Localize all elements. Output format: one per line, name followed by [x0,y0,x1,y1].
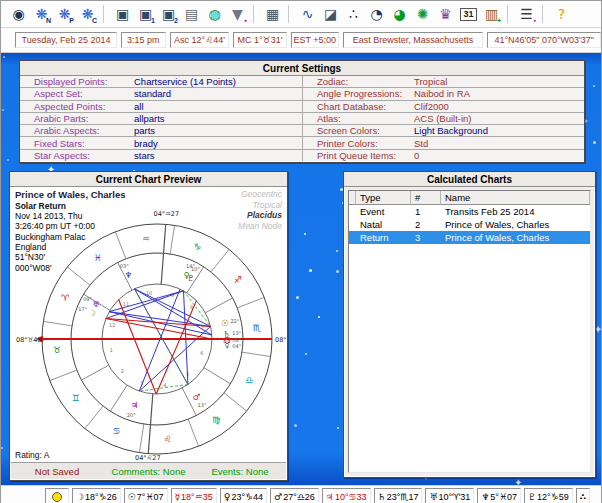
planet-glyph: ♅ [429,492,437,502]
events-status[interactable]: Events: None [194,466,286,477]
globe-icon[interactable]: ◍ [203,4,226,25]
setting-value[interactable]: brady [134,138,302,149]
setting-value[interactable]: Std [414,138,584,149]
preview-panel-title: Current Chart Preview [10,172,287,187]
nodes-icon[interactable]: ∴ [342,4,365,25]
current-settings-panel: Current Settings Displayed Points:Charts… [19,60,585,163]
line-graph-icon[interactable]: ◪ [319,4,342,25]
search-time-icon[interactable]: ◔ [365,4,388,25]
setting-value[interactable]: allparts [134,113,302,124]
saved-status: Not Saved [11,466,103,477]
setting-value[interactable]: Clif2000 [414,101,584,112]
wizard-icon[interactable]: ♛ [434,4,457,25]
color-wheel-icon[interactable]: ✺ [411,4,434,25]
view-screen-icon[interactable]: ▣ [111,4,134,25]
calendar-icon-badge: 31 [460,8,476,21]
wheel-progressed-icon[interactable]: ❋P [53,4,76,25]
chart-num-cell: 1 [411,206,441,217]
svg-text:04°♌27: 04°♌27 [135,454,161,462]
column-header-type[interactable]: Type [356,191,411,205]
svg-text:2: 2 [121,368,124,374]
help-icon[interactable]: ? [550,4,573,25]
comments-status[interactable]: Comments: None [103,466,194,477]
setting-value[interactable]: Naibod in RA [414,88,584,99]
settings-row: Arabic Aspects:partsScreen Colors:Light … [20,125,584,137]
setting-label: Star Aspects: [20,150,134,161]
calculated-charts-panel: Calculated Charts Type#Name Event1Transi… [343,171,596,478]
setting-label: Aspect Set: [20,88,134,99]
setting-label: Print Queue Items: [302,150,414,161]
wheel-composite-icon[interactable]: ❋C [76,4,99,25]
setting-value[interactable]: 0 [414,150,584,161]
column-gutter[interactable] [349,191,356,205]
filter-icon[interactable]: ▼▪ [226,4,249,25]
svg-text:08°♏48: 08°♏48 [275,336,286,344]
svg-text:17°: 17° [78,306,87,312]
chart-list-row[interactable]: Event1Transits Feb 25 2014 [349,205,590,218]
system-label: Mean Node [238,221,282,232]
column-header-#[interactable]: # [411,191,441,205]
list-options-icon-badge: ▪ [534,17,536,24]
planet-glyph: ☉ [128,492,136,502]
toolbar: ◉❋N❋P❋C▣▣1▣2▤◍▼▪▦∿◪∴◔◕✺♛31▥+☰▪? [1,1,601,28]
svg-text:♋: ♋ [112,426,120,436]
basket-add-icon[interactable]: ▥+ [480,4,503,25]
position-text: 18°♑26 [85,492,117,502]
printer-icon[interactable]: ▤ [180,4,203,25]
planet-glyph: ♀ [224,492,231,502]
setting-value[interactable]: stars [134,150,302,161]
chart-num-cell: 3 [411,232,441,243]
toolbar-separator [253,5,257,23]
position-cell: ♇12°♑59 [524,488,573,503]
column-header-name[interactable]: Name [441,191,590,205]
position-cell: ♆5°♓07 [477,488,521,503]
lunar-nodes-icon: ∴ [576,488,590,503]
toolbar-separator [103,5,107,23]
setting-value[interactable]: standard [134,88,302,99]
setting-value[interactable]: Tropical [414,76,584,87]
wheel-composite-icon-badge: C [92,17,97,24]
chart-info-lines: Nov 14 2013, Thu3:26:40 pm UT +0:00Bucki… [15,211,126,273]
calendar-icon[interactable]: 31 [457,4,480,25]
wheel-natal-icon[interactable]: ❋N [30,4,53,25]
system-label: Tropical [238,200,282,211]
screen-1-icon[interactable]: ▣1 [134,4,157,25]
calculated-charts-list[interactable]: Type#Name Event1Transits Feb 25 2014Nata… [348,190,591,473]
settings-panel-title: Current Settings [20,61,584,76]
chart-preview-statusbar: Not Saved Comments: None Events: None [11,462,286,479]
setting-label: Angle Progressions: [302,88,414,99]
help-icon: ? [558,6,565,22]
planet-glyph: ♆ [481,492,489,502]
setting-value[interactable]: all [134,101,302,112]
chart-list-row[interactable]: Natal2Prince of Wales, Charles [349,218,590,231]
svg-text:♈: ♈ [61,293,70,303]
setting-label: Atlas: [302,113,414,124]
electional-clock-icon[interactable]: ◕ [388,4,411,25]
chart-name-cell: Prince of Wales, Charles [441,232,590,243]
position-cell: ☉7°♓07 [124,488,168,503]
list-options-icon[interactable]: ☰▪ [515,4,538,25]
svg-text:♐: ♐ [234,275,242,285]
setting-value[interactable]: Light Background [414,125,584,136]
chart-list-row[interactable]: Return3Prince of Wales, Charles [349,231,590,244]
setting-value[interactable]: parts [134,125,302,136]
table-icon[interactable]: ▦ [261,4,284,25]
screen-1-icon-badge: 1 [151,17,155,24]
svg-text:♂: ♂ [193,392,201,402]
find-chart-icon[interactable]: ◉ [7,4,30,25]
planet-glyph: ♃ [326,492,334,502]
positions-cells: ☽18°♑26☉7°♓07☿18°♒35♀23°♑44♂27°♎26♃10°♋3… [72,488,573,503]
setting-label: Aspected Points: [20,101,134,112]
setting-value[interactable]: Chartservice (14 Points) [134,76,302,87]
status-time: 3:15 pm [121,32,165,48]
basket-add-icon-badge: + [497,17,501,24]
setting-value[interactable]: ACS (Built-in) [414,113,584,124]
chart-name-cell: Transits Feb 25 2014 [441,206,590,217]
position-cell: ☽18°♑26 [72,488,121,503]
screen-2-icon[interactable]: ▣2 [157,4,180,25]
position-text: 12°♑59 [537,492,569,502]
status-ascendant: Asc 12°♌44' [170,32,230,48]
setting-label: Printer Colors: [302,137,414,148]
time-graph-icon[interactable]: ∿ [296,4,319,25]
position-cell: ♄23°♏17 [374,488,423,503]
